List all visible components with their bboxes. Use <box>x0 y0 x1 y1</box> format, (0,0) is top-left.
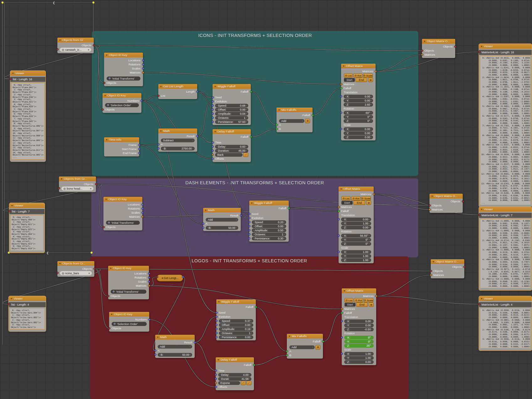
node-header[interactable]: ▼Object ID Key <box>109 312 149 317</box>
slider-x[interactable]: ‹X:56.55°› <box>341 234 371 238</box>
collapse-icon[interactable]: ▼ <box>288 335 290 337</box>
node-w1[interactable]: ▼Wiggle FalloffFalloffSeedEvolution‹Spee… <box>213 84 251 125</box>
socket-rotations[interactable] <box>148 276 150 279</box>
collapse-icon[interactable]: ▼ <box>105 198 107 200</box>
toggle-scale[interactable]: ⚙Scale <box>361 196 371 201</box>
socket-objects[interactable] <box>430 270 432 272</box>
node-header[interactable]: ▼Viewer <box>479 44 532 49</box>
socket-offset[interactable] <box>248 225 250 227</box>
node-header[interactable]: ▼Offset Matrix <box>339 186 374 191</box>
socket-offsets[interactable] <box>212 158 214 160</box>
slider-x[interactable]: ‹X:0.00› <box>344 127 373 131</box>
socket-objects[interactable] <box>454 45 456 48</box>
node-v1[interactable]: ▼Viewerlist - Length: 16 0: <bpy struct,… <box>10 71 45 161</box>
socket-length[interactable] <box>196 91 198 93</box>
socket-objects[interactable] <box>93 268 96 270</box>
reroute-dot[interactable] <box>92 2 94 3</box>
collapse-icon[interactable]: ▼ <box>160 85 162 87</box>
node-header[interactable]: ▼Object Matrix O... <box>429 194 463 198</box>
socket-amplitude[interactable] <box>212 113 214 115</box>
node-header[interactable]: ▼Object ID Key <box>103 197 142 202</box>
slider-b[interactable]: ‹B:2750.00› <box>161 147 195 150</box>
socket-objects[interactable] <box>462 200 464 202</box>
matrix-grid-icon[interactable]: ⊞ <box>366 201 371 205</box>
collapse-icon[interactable]: ▼ <box>106 139 108 141</box>
slider-y[interactable]: ‹Y:0.00› <box>344 323 374 327</box>
node-header[interactable]: ▼Viewer <box>9 296 46 301</box>
start-button[interactable]: Start <box>344 78 355 82</box>
node-header[interactable]: ▼Wiggle Falloff <box>216 299 256 304</box>
node-header[interactable]: ▼Offset Matrix <box>342 288 376 293</box>
collapse-icon[interactable]: ▼ <box>481 297 482 300</box>
slider-speed[interactable]: ‹Speed:0.20› <box>252 220 286 224</box>
node-og1[interactable]: ▼Objects from GrObjects◎carwash_ic...× <box>57 38 94 53</box>
slider-persistance[interactable]: ‹Persistance:0.00› <box>219 335 253 339</box>
socket-numbers[interactable] <box>140 100 143 102</box>
node-om3[interactable]: ▼Offset MatrixMatrices⚙Loc⚙Rot⚙ScaleStar… <box>342 288 376 365</box>
socket-objects[interactable] <box>103 82 105 84</box>
node-k4[interactable]: ▼Object ID KeyLocationsRotationsScalesMa… <box>108 266 149 299</box>
socket-persistance[interactable] <box>212 121 214 123</box>
slider-z[interactable]: ‹Z:0°› <box>344 119 373 123</box>
node-header[interactable]: ▼Object ID Key <box>103 93 141 98</box>
socket-x[interactable] <box>340 112 342 114</box>
toggle-loc[interactable]: ⚙Loc <box>345 298 353 302</box>
socket-x[interactable] <box>338 234 340 237</box>
socket-matrices[interactable] <box>338 206 340 208</box>
collapse-icon[interactable]: ▼ <box>481 208 482 210</box>
collapse-icon[interactable]: ▼ <box>104 94 106 97</box>
slider-z[interactable]: ‹Z:0.00› <box>344 135 373 139</box>
node-header[interactable]: ▼Math <box>158 129 197 133</box>
socket-time[interactable] <box>215 370 217 372</box>
socket-locations[interactable] <box>141 203 144 206</box>
socket-objects[interactable] <box>102 108 104 111</box>
slider-z[interactable]: ‹Z:2.60› <box>344 103 373 107</box>
dropdown-add[interactable]: Add↕ <box>279 119 304 123</box>
slider-x[interactable]: ‹X:0.00› <box>344 95 373 98</box>
slider-delay[interactable]: ‹Delay:4.00› <box>218 373 251 377</box>
socket-matrices[interactable] <box>429 208 431 211</box>
ease-curve-icon[interactable]: ⟋ <box>246 381 251 385</box>
collapse-icon[interactable]: ▼ <box>431 195 433 197</box>
socket-evolution[interactable] <box>248 217 250 219</box>
socket-amplitude[interactable] <box>215 328 218 330</box>
dropdown-add[interactable]: Add↕ <box>158 345 192 349</box>
slider-duration[interactable]: ‹Duration:45.00› <box>215 149 248 153</box>
socket-b[interactable] <box>276 128 278 130</box>
group-name-field[interactable]: ◎bone head...× <box>61 186 93 191</box>
socket-scales[interactable] <box>142 67 144 70</box>
node-vr1[interactable]: ▼ViewerMatrix4x4List - Length: 16 0: <Ma… <box>479 44 532 207</box>
collapse-icon[interactable]: ▼ <box>278 109 280 111</box>
slider-z[interactable]: ‹Z:1.00› <box>341 258 371 262</box>
slider-z[interactable]: ‹Z:0.00› <box>344 360 374 364</box>
socket-offset[interactable] <box>212 108 214 111</box>
collapse-icon[interactable]: ▼ <box>61 178 62 180</box>
socket-falloff[interactable] <box>338 210 340 212</box>
node-header[interactable]: ▼Math <box>155 335 195 339</box>
collapse-icon[interactable]: ▼ <box>214 130 216 133</box>
socket-scales[interactable] <box>148 281 150 283</box>
socket-evolution[interactable] <box>212 100 214 102</box>
node-ti[interactable]: ▼Time InfoFrameStart FrameEnd Frame <box>104 137 139 156</box>
socket-b[interactable] <box>157 147 160 150</box>
node-header[interactable]: ▼Objects from Gr... <box>59 176 96 181</box>
end-button[interactable]: End <box>356 78 367 82</box>
collapse-icon[interactable]: ▼ <box>217 359 219 361</box>
socket-falloff[interactable] <box>250 91 252 93</box>
socket-falloff[interactable] <box>322 340 324 343</box>
node-header[interactable]: ▼Math <box>203 208 241 213</box>
socket-result[interactable] <box>194 341 196 344</box>
collapse-icon[interactable]: ▼ <box>59 262 61 265</box>
slider-x[interactable]: ‹X:0.00› <box>341 218 371 221</box>
collapse-icon[interactable]: ▼ <box>424 40 425 42</box>
collapse-icon[interactable]: ▼ <box>340 188 342 190</box>
slider-x[interactable]: ‹X:1.00› <box>341 250 371 254</box>
socket-b[interactable] <box>202 227 204 229</box>
node-k2[interactable]: ▼Object ID KeyNumbers⚙'Selection Order'O… <box>103 93 141 113</box>
node-header[interactable]: ▼Wiggle Falloff <box>249 201 289 205</box>
matrix-grid-icon[interactable]: ⊞ <box>368 78 373 82</box>
socket-objects[interactable] <box>107 295 109 297</box>
socket-a[interactable] <box>154 349 156 352</box>
collapse-icon[interactable]: ▼ <box>160 130 162 132</box>
slider-durati[interactable]: ‹Durati:41.58› <box>218 377 251 381</box>
